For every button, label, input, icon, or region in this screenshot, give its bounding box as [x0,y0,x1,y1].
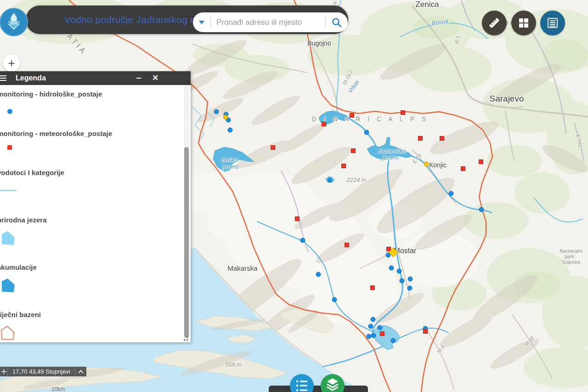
yellow-station-marker[interactable] [223,115,228,120]
hydro-station-marker[interactable] [397,269,402,274]
legend-swatch-light-blue-line [0,190,17,191]
map-label-park: Nacionalni [560,248,582,254]
hydro-station-marker[interactable] [449,191,454,196]
legend-item: akumulacije [0,263,171,271]
hydro-station-marker[interactable] [389,266,394,271]
legend-swatch-blue-dot [0,109,12,114]
legend-item-label: riječni bazeni [0,311,171,318]
meteo-station-marker[interactable] [423,329,428,334]
bullet-list-icon [295,378,309,392]
panel-resize-handle[interactable] [181,334,188,341]
crosshair-icon[interactable] [0,367,8,376]
map-label-city: Zenica [415,0,439,9]
zoom-in-button[interactable]: + [3,54,20,72]
meteo-station-marker[interactable] [295,216,300,221]
legend-panel: Legenda – ✕ monitoring - hidrološke_post… [0,71,191,342]
map-label-alps: D I N A R I C A L P S [312,115,429,123]
legend-swatch-light-blue-polygon [0,231,15,245]
hydro-station-marker[interactable] [316,272,321,277]
legend-close-button[interactable]: ✕ [148,71,162,85]
hydro-station-marker[interactable] [407,286,413,291]
coordinate-readout: 17,70 43,49 Stupnjevi [8,367,75,376]
hydro-station-marker[interactable] [214,109,219,114]
meteo-station-marker[interactable] [341,164,346,168]
hydro-station-marker[interactable] [400,278,405,284]
chevron-up-icon [78,370,84,374]
search-dropdown-caret[interactable] [193,21,210,24]
coordinate-expand-button[interactable] [75,367,86,376]
map-label-city: Sarajevo [490,94,524,104]
legend-toggle-button[interactable] [540,11,565,35]
hydro-station-marker[interactable] [300,238,305,243]
hydro-station-marker[interactable] [332,297,337,302]
map-label-park: Sutjeska [562,259,580,265]
hydro-station-marker[interactable] [408,277,413,282]
hydro-station-marker[interactable] [378,325,383,330]
hydro-station-marker[interactable] [371,317,376,322]
legend-minimize-button[interactable]: – [132,71,146,85]
legend-item: vodotoci I kategorije [0,169,171,176]
legend-item-label: monitoring - meteorološke_postaje [0,130,171,137]
search-input[interactable] [211,18,325,27]
map-label-water: Jablaničko [378,148,406,154]
legend-swatch-blue-polygon [0,278,15,292]
legend-swatch-red-square [0,145,12,150]
attribute-table-bar[interactable] [269,386,368,392]
legend-swatch-orange-outline-polygon [0,326,15,342]
meteo-station-marker[interactable] [350,113,354,118]
legend-item: monitoring - meteorološke_postaje [0,130,171,137]
map-label-water: jezero [382,154,398,161]
search-icon [331,17,342,28]
hydro-station-marker[interactable] [328,178,333,183]
meteo-station-marker[interactable] [401,110,405,115]
meteo-station-marker[interactable] [351,148,356,153]
coordinate-widget: 17,70 43,49 Stupnjevi [0,367,86,376]
map-label-water: Buško [221,156,238,163]
legend-item-label: monitoring - hidrološke_postaje [0,90,171,98]
meteo-station-marker[interactable] [271,145,275,150]
map-label-water: jezero [222,163,238,170]
hydro-station-marker[interactable] [391,338,396,343]
hamburger-icon[interactable] [0,74,6,82]
map-label-park: park [565,254,574,259]
meteo-station-marker[interactable] [322,122,326,126]
scale-bar-label: 20km [51,386,65,392]
legend-item-label: prirodna jezera [0,216,171,224]
hydro-station-marker[interactable] [228,128,233,133]
legend-scrollbar[interactable] [184,85,189,342]
meteo-station-marker[interactable] [345,243,349,247]
measure-button[interactable] [482,11,507,35]
ruler-icon [487,16,501,30]
scrollbar-thumb[interactable] [184,147,189,338]
map-label-city: Mostar [394,247,417,255]
yellow-station-marker[interactable] [424,162,429,167]
legend-item: riječni bazeni [0,311,171,318]
chevron-down-icon [199,21,204,24]
layers-icon [325,377,340,392]
search-button[interactable] [326,17,348,28]
hydro-station-marker[interactable] [364,130,369,135]
meteo-station-marker[interactable] [380,331,384,336]
meteo-station-marker[interactable] [479,159,483,164]
basemap-gallery-button[interactable] [511,11,536,35]
hydro-station-marker[interactable] [368,324,373,329]
map-label-elev: 559 m [225,361,242,368]
legend-item-label: vodotoci I kategorije [0,169,171,176]
legend-panel-title: Legenda [16,74,46,82]
map-label-city: Makarska [227,264,257,272]
grid-icon [518,17,529,28]
hydro-station-marker[interactable] [371,333,376,338]
map-label-city: Bugojno [307,40,331,47]
legend-panel-header[interactable]: Legenda – ✕ [0,71,191,85]
meteo-station-marker[interactable] [370,285,375,290]
meteo-station-marker[interactable] [461,166,465,171]
search-box [193,12,348,32]
legend-item: monitoring - hidrološke_postaje [0,90,171,98]
meteo-station-marker[interactable] [440,136,444,141]
map-label-elev: 2224 m [346,176,366,183]
app-title: Vodno područje Jadranskog mora [64,6,213,34]
list-icon [547,17,559,29]
meteo-station-marker[interactable] [418,136,423,141]
hydro-station-marker[interactable] [479,207,484,212]
legend-item: prirodna jezera [0,216,171,224]
